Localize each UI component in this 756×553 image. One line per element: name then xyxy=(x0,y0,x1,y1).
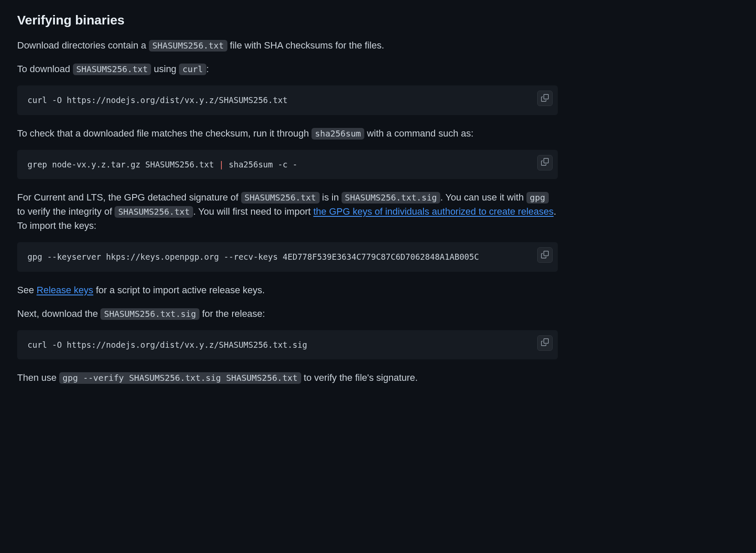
paragraph-release-keys: See Release keys for a script to import … xyxy=(17,283,558,297)
inline-code-gpg-verify: gpg --verify SHASUMS256.txt.sig SHASUMS2… xyxy=(59,372,301,384)
text: to verify the integrity of xyxy=(17,206,115,217)
inline-code-shasums: SHASUMS256.txt xyxy=(115,206,193,218)
link-gpg-keys[interactable]: the GPG keys of individuals authorized t… xyxy=(313,206,553,217)
inline-code-shasums-sig: SHASUMS256.txt.sig xyxy=(100,308,199,320)
readme-section: Verifying binaries Download directories … xyxy=(0,0,575,402)
copy-button[interactable] xyxy=(537,335,553,351)
text: for a script to import active release ke… xyxy=(93,285,265,295)
paragraph-gpg: For Current and LTS, the GPG detached si… xyxy=(17,190,558,233)
code-block-gpg-keyserver: gpg --keyserver hkps://keys.openpgp.org … xyxy=(17,242,558,272)
code-pipe: | xyxy=(219,160,224,169)
section-heading: Verifying binaries xyxy=(17,10,558,30)
copy-icon xyxy=(541,91,549,106)
inline-code-gpg: gpg xyxy=(526,192,549,204)
text: for the release: xyxy=(200,308,265,319)
text: : xyxy=(206,64,209,74)
code-block-curl-shasums: curl -O https://nodejs.org/dist/vx.y.z/S… xyxy=(17,85,558,115)
text: For Current and LTS, the GPG detached si… xyxy=(17,192,241,203)
paragraph-intro: Download directories contain a SHASUMS25… xyxy=(17,38,558,52)
copy-icon xyxy=(541,336,549,350)
text: . You will first need to import xyxy=(193,206,313,217)
text: to verify the file's signature. xyxy=(301,372,418,383)
paragraph-verify: Then use gpg --verify SHASUMS256.txt.sig… xyxy=(17,371,558,385)
code-content: curl -O https://nodejs.org/dist/vx.y.z/S… xyxy=(27,339,547,351)
link-release-keys[interactable]: Release keys xyxy=(36,285,93,295)
text: . You can use it with xyxy=(440,192,526,203)
copy-button[interactable] xyxy=(537,91,553,106)
copy-icon xyxy=(541,155,549,170)
text: To download xyxy=(17,64,73,74)
inline-code-shasums: SHASUMS256.txt xyxy=(149,40,227,52)
copy-icon xyxy=(541,248,549,262)
paragraph-download-sig: Next, download the SHASUMS256.txt.sig fo… xyxy=(17,307,558,321)
text: Download directories contain a xyxy=(17,40,149,51)
text: See xyxy=(17,285,36,295)
paragraph-download: To download SHASUMS256.txt using curl: xyxy=(17,62,558,76)
text: file with SHA checksums for the files. xyxy=(227,40,384,51)
text: is in xyxy=(320,192,342,203)
copy-button[interactable] xyxy=(537,247,553,263)
text: with a command such as: xyxy=(364,128,473,139)
code-block-grep: grep node-vx.y.z.tar.gz SHASUMS256.txt |… xyxy=(17,150,558,179)
text: To check that a downloaded file matches … xyxy=(17,128,311,139)
code-content: gpg --keyserver hkps://keys.openpgp.org … xyxy=(27,251,547,263)
code-block-curl-sig: curl -O https://nodejs.org/dist/vx.y.z/S… xyxy=(17,330,558,360)
paragraph-check: To check that a downloaded file matches … xyxy=(17,126,558,140)
inline-code-shasums: SHASUMS256.txt xyxy=(73,64,151,75)
inline-code-curl: curl xyxy=(179,64,206,75)
text: using xyxy=(151,64,179,74)
text: Then use xyxy=(17,372,59,383)
inline-code-sha256sum: sha256sum xyxy=(311,128,364,140)
code-content: grep node-vx.y.z.tar.gz SHASUMS256.txt |… xyxy=(27,158,547,171)
text: Next, download the xyxy=(17,308,100,319)
inline-code-shasums-sig: SHASUMS256.txt.sig xyxy=(342,192,440,204)
inline-code-shasums: SHASUMS256.txt xyxy=(241,192,320,204)
code-text: grep node-vx.y.z.tar.gz SHASUMS256.txt xyxy=(27,160,219,169)
code-text: sha256sum -c - xyxy=(224,160,298,169)
copy-button[interactable] xyxy=(537,155,553,170)
code-content: curl -O https://nodejs.org/dist/vx.y.z/S… xyxy=(27,94,547,106)
